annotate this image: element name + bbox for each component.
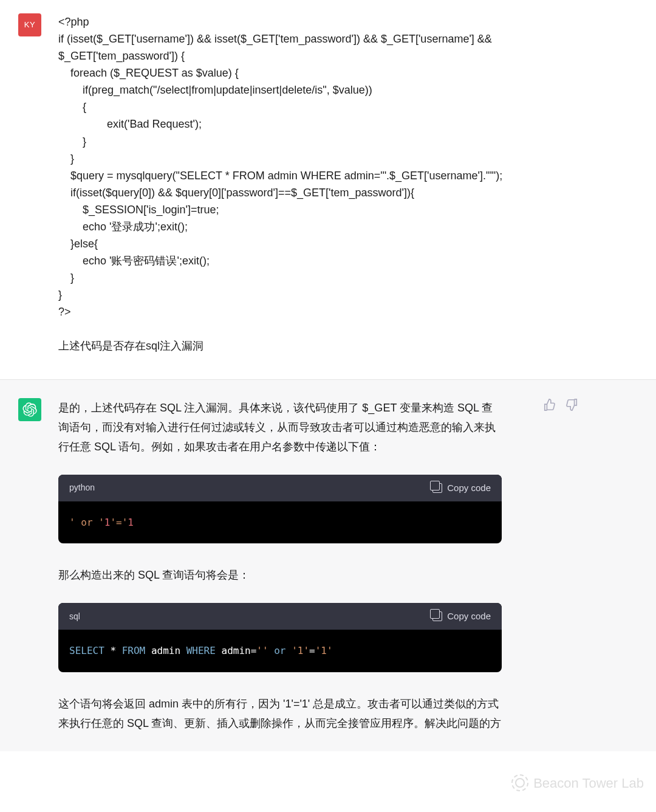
code-block-1: python Copy code ' or '1'='1 [58,475,502,544]
thumbs-up-button[interactable] [543,398,556,411]
assistant-message: 是的，上述代码存在 SQL 注入漏洞。具体来说，该代码使用了 $_GET 变量来… [0,379,656,751]
code-content[interactable]: SELECT * FROM admin WHERE admin='' or '1… [58,630,502,672]
code-block-2: sql Copy code SELECT * FROM admin WHERE … [58,603,502,672]
user-message-body: <?php if (isset($_GET['username']) && is… [58,13,587,355]
assistant-avatar [18,398,41,421]
assistant-paragraph-3: 这个语句将会返回 admin 表中的所有行，因为 '1'='1' 总是成立。攻击… [58,694,502,733]
copy-code-label: Copy code [447,481,491,495]
assistant-message-body: 是的，上述代码存在 SQL 注入漏洞。具体来说，该代码使用了 $_GET 变量来… [58,398,526,733]
copy-code-label: Copy code [447,609,491,624]
thumbs-down-icon [565,398,578,411]
assistant-paragraph-1: 是的，上述代码存在 SQL 注入漏洞。具体来说，该代码使用了 $_GET 变量来… [58,398,502,456]
clipboard-icon [432,611,442,621]
user-avatar: KY [18,13,41,36]
code-language-label: python [69,481,95,494]
thumbs-down-button[interactable] [565,398,578,411]
copy-code-button[interactable]: Copy code [432,481,491,495]
assistant-paragraph-2: 那么构造出来的 SQL 查询语句将会是： [58,565,502,585]
code-header: python Copy code [58,475,502,501]
code-content[interactable]: ' or '1'='1 [58,501,502,544]
code-language-label: sql [69,610,80,623]
openai-logo-icon [22,402,37,417]
code-header: sql Copy code [58,603,502,630]
thumbs-up-icon [543,398,556,411]
clipboard-icon [432,483,442,493]
feedback-buttons [543,398,593,733]
copy-code-button[interactable]: Copy code [432,609,491,624]
user-avatar-initials: KY [24,19,35,32]
user-message: KY <?php if (isset($_GET['username']) &&… [0,0,656,379]
